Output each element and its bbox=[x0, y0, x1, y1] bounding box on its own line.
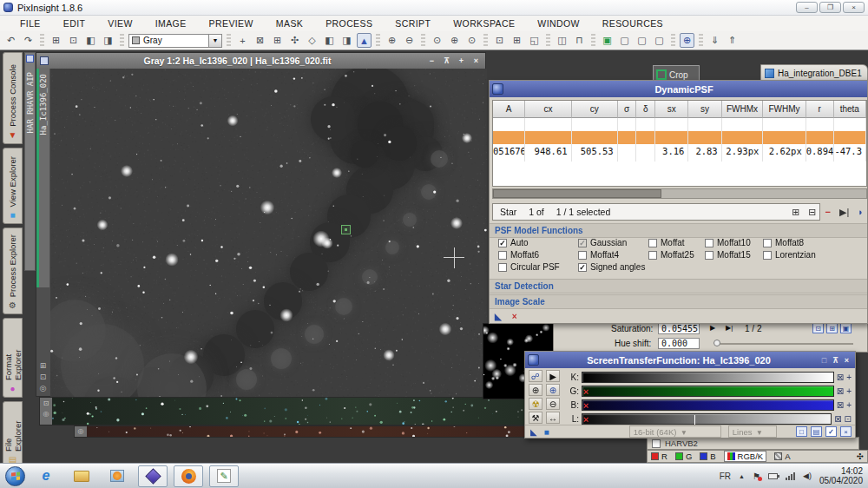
window-restore-icon[interactable]: □ bbox=[819, 356, 830, 365]
menu-window[interactable]: WINDOW bbox=[526, 18, 590, 29]
battery-icon[interactable] bbox=[768, 473, 778, 479]
dynamicpsf-titlebar[interactable]: DynamicPSF bbox=[490, 81, 867, 97]
readout-mode-icon[interactable]: ◎ bbox=[37, 384, 49, 392]
resize-icon[interactable]: ◱ bbox=[527, 33, 542, 48]
clock[interactable]: 14:02 05/04/2020 bbox=[819, 466, 863, 485]
export-psf-icon[interactable]: ◗ bbox=[858, 207, 864, 217]
start-orb[interactable] bbox=[5, 466, 25, 486]
menu-image[interactable]: IMAGE bbox=[144, 18, 198, 29]
checkbox-box[interactable] bbox=[648, 239, 657, 247]
dock-tab-format-explorer[interactable]: Format Explorer● bbox=[3, 318, 23, 398]
skip-end-icon[interactable]: ▶| bbox=[726, 324, 733, 332]
process-edit-icon[interactable]: ▢ bbox=[617, 33, 632, 48]
psf-star-table[interactable]: AcxcyσδsxsyFWHMxFWHMyrtheta051676948.615… bbox=[492, 100, 867, 187]
column-header-sx[interactable]: sx bbox=[655, 101, 688, 118]
checkbox-box[interactable] bbox=[763, 239, 772, 247]
new-instance-icon[interactable]: ◣ bbox=[530, 427, 537, 437]
new-window-icon[interactable]: ⊡ bbox=[66, 33, 81, 48]
split-right-icon[interactable]: ◨ bbox=[101, 33, 115, 48]
window-close-icon[interactable]: × bbox=[470, 56, 482, 65]
psf-image-row[interactable] bbox=[493, 118, 866, 131]
shade-left-icon[interactable]: ◧ bbox=[322, 33, 337, 48]
language-indicator[interactable]: FR bbox=[720, 472, 731, 481]
link-rgb-icon[interactable]: ☍ bbox=[529, 370, 542, 382]
column-header-FWHMy[interactable]: FWHMy bbox=[763, 101, 806, 118]
checkbox-box[interactable] bbox=[578, 251, 587, 260]
background-window-tab[interactable]: HAR RHAVR AIP bbox=[24, 52, 36, 271]
checkbox-moffat[interactable]: Moffat bbox=[648, 238, 685, 247]
firefox-icon[interactable] bbox=[174, 465, 203, 487]
checkbox-lorentzian[interactable]: Lorentzian bbox=[763, 250, 816, 260]
process-new-icon[interactable]: ▣ bbox=[600, 33, 615, 48]
channel-button-g[interactable]: G bbox=[675, 452, 692, 461]
window-icon[interactable] bbox=[40, 56, 49, 65]
move-icon[interactable]: ✣ bbox=[287, 33, 302, 48]
select-all-icon[interactable]: ⊡ bbox=[492, 33, 507, 48]
selection-mode-icon[interactable]: ⊞ bbox=[510, 33, 524, 48]
undo-icon[interactable]: ↶ bbox=[3, 33, 18, 48]
checkbox-box[interactable] bbox=[498, 239, 507, 247]
goto-last-icon[interactable]: ▶| bbox=[839, 207, 849, 218]
network-icon[interactable] bbox=[786, 472, 795, 480]
edit-instance-icon[interactable]: □ bbox=[796, 426, 807, 437]
scrollbar-thumb[interactable] bbox=[493, 189, 661, 198]
checkbox-moffat8[interactable]: Moffat8 bbox=[763, 238, 804, 247]
redo-icon[interactable]: ↷ bbox=[21, 33, 36, 48]
psf-star-marker[interactable] bbox=[341, 225, 351, 234]
checkbox-gaussian[interactable]: Gaussian bbox=[578, 238, 627, 247]
menu-process[interactable]: PROCESS bbox=[314, 18, 384, 29]
duplicate-view-icon[interactable]: ⊡ bbox=[43, 399, 49, 407]
hidden-icons-icon[interactable]: ▲ bbox=[739, 473, 745, 479]
zoom-optimal-icon[interactable]: ⊙ bbox=[464, 33, 479, 48]
expand-all-icon[interactable]: ⊞ bbox=[792, 207, 799, 218]
edit-channel-icon[interactable]: + bbox=[846, 386, 852, 396]
checkbox-box[interactable] bbox=[578, 263, 587, 272]
expand-icon[interactable]: ⊠ bbox=[253, 33, 267, 48]
zoom-in-icon[interactable]: ⊕ bbox=[385, 33, 399, 48]
column-header-theta[interactable]: theta bbox=[834, 101, 866, 118]
zoom-in-icon[interactable]: ⊕ bbox=[529, 384, 542, 396]
psf-selected-row[interactable] bbox=[493, 131, 866, 144]
checkbox-box[interactable] bbox=[498, 263, 507, 272]
saturation-value-field[interactable]: 0.05455 bbox=[658, 323, 700, 334]
checkbox-signed-angles[interactable]: Signed angles bbox=[578, 262, 645, 272]
column-header-δ[interactable]: δ bbox=[636, 101, 655, 118]
checkbox-moffat15[interactable]: Moffat15 bbox=[705, 250, 751, 260]
process-delete-icon[interactable]: ▢ bbox=[652, 33, 667, 48]
new-instance-icon[interactable]: ◣ bbox=[495, 312, 502, 321]
channel-button-rgb-k[interactable]: RGB/K bbox=[724, 451, 767, 462]
real-time-preview-icon[interactable]: ▣ bbox=[840, 323, 852, 333]
window-shade-icon[interactable]: ⊼ bbox=[830, 356, 841, 365]
reset-channel-icon[interactable]: ⊠ bbox=[837, 386, 844, 396]
stf-titlebar[interactable]: ScreenTransferFunction: Ha_Ic1396_020 □ … bbox=[525, 352, 855, 368]
hue-slider-knob[interactable] bbox=[713, 340, 720, 346]
cancel-icon[interactable]: × bbox=[512, 312, 517, 321]
dock-tab-process-console[interactable]: Process Console▼ bbox=[3, 52, 23, 144]
pan-mode-icon[interactable]: + bbox=[235, 33, 250, 48]
pixinsight-icon[interactable] bbox=[138, 465, 168, 487]
column-header-FWHMx[interactable]: FWHMx bbox=[722, 101, 764, 118]
checkbox-moffat25[interactable]: Moffat25 bbox=[648, 250, 694, 260]
checkbox-moffat4[interactable]: Moffat4 bbox=[578, 250, 619, 260]
selection-mode-icon[interactable]: ⊞ bbox=[37, 361, 49, 370]
checkbox-box[interactable] bbox=[705, 251, 713, 260]
maximize-button[interactable]: ❐ bbox=[819, 2, 841, 13]
bit-depth-dropdown[interactable]: 16-bit (64K)▾ bbox=[629, 425, 721, 438]
column-header-A[interactable]: A bbox=[493, 101, 525, 118]
image-canvas-ha-ic1396[interactable] bbox=[50, 69, 487, 398]
menu-mask[interactable]: MASK bbox=[265, 18, 314, 29]
column-header-σ[interactable]: σ bbox=[618, 101, 637, 118]
view-checkbox[interactable] bbox=[652, 439, 661, 448]
stf-midtone-marker[interactable] bbox=[692, 415, 698, 425]
volume-icon[interactable]: ◀) bbox=[803, 472, 812, 480]
reset-channel-icon[interactable]: ⊠ bbox=[837, 373, 844, 382]
stf-autostretch-icon[interactable]: ▲ bbox=[357, 33, 372, 48]
stf-slider-k[interactable] bbox=[582, 372, 834, 383]
chevron-down-icon[interactable]: ▼ bbox=[208, 35, 221, 47]
process-clone-icon[interactable]: ▢ bbox=[635, 33, 649, 48]
window-minimize-icon[interactable]: − bbox=[426, 56, 437, 65]
menu-script[interactable]: SCRIPT bbox=[384, 18, 442, 29]
browse-doc-icon[interactable]: ▤ bbox=[811, 426, 822, 437]
navigate-icon[interactable]: ◇ bbox=[305, 33, 319, 48]
delete-star-icon[interactable]: − bbox=[825, 207, 831, 217]
